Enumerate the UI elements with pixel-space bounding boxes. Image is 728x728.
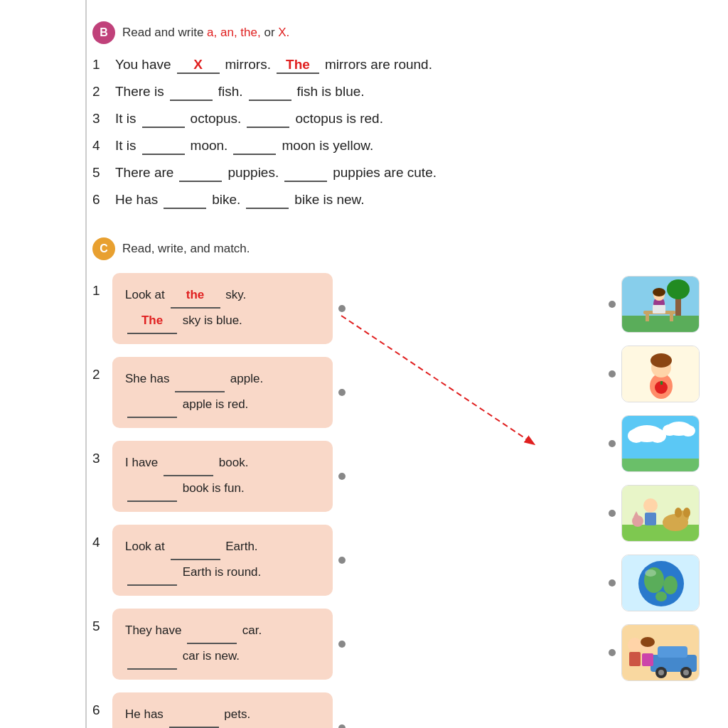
exercise-c5-box: They have car. car is new. bbox=[112, 609, 333, 680]
exercise-c3: 3 I have book. book is fun. bbox=[92, 441, 587, 512]
match-dot-right-3 bbox=[609, 440, 616, 447]
svg-point-48 bbox=[683, 670, 689, 675]
blank-b3-2[interactable] bbox=[247, 111, 289, 128]
match-dot-c3 bbox=[338, 473, 346, 480]
match-dot-c6 bbox=[338, 724, 346, 728]
svg-rect-11 bbox=[653, 305, 665, 314]
exercise-b2: 2 There is fish. fish is blue. bbox=[92, 84, 700, 101]
match-dot-right-4 bbox=[609, 510, 616, 517]
svg-point-32 bbox=[675, 508, 682, 518]
svg-point-28 bbox=[643, 498, 658, 513]
exercise-c1-box: Look at the sky. The sky is blue. bbox=[112, 273, 333, 344]
badge-c: C bbox=[92, 237, 115, 260]
blank-b1-2[interactable]: The bbox=[277, 57, 319, 74]
blank-c3-2[interactable] bbox=[127, 476, 177, 502]
exercise-c3-box: I have book. book is fun. bbox=[112, 441, 333, 512]
blank-b5-2[interactable] bbox=[284, 165, 327, 182]
svg-point-25 bbox=[681, 425, 695, 437]
section-b: B Read and write a, an, the, or X. 1 You… bbox=[92, 21, 700, 209]
exercises-column: 1 Look at the sky. The sky is blue. 2 Sh… bbox=[92, 273, 587, 728]
blank-b2-1[interactable] bbox=[170, 84, 213, 101]
exercise-c6: 6 He has pets. pets are a dog and a cat. bbox=[92, 692, 587, 728]
exercise-b1: 1 You have X mirrors. The mirrors are ro… bbox=[92, 57, 700, 74]
exercise-c4: 4 Look at Earth. Earth is round. bbox=[92, 525, 587, 596]
svg-rect-17 bbox=[660, 381, 663, 385]
svg-point-49 bbox=[628, 638, 642, 652]
blank-c1-1[interactable]: the bbox=[171, 283, 220, 309]
svg-rect-52 bbox=[642, 653, 653, 666]
blank-b5-1[interactable] bbox=[179, 165, 222, 182]
match-dot-c4 bbox=[338, 557, 346, 564]
svg-point-21 bbox=[628, 429, 645, 443]
blank-b6-2[interactable] bbox=[246, 192, 289, 209]
svg-rect-44 bbox=[658, 646, 687, 658]
match-dot-c1 bbox=[338, 305, 346, 312]
svg-point-39 bbox=[663, 576, 678, 594]
image-pets bbox=[621, 485, 700, 542]
exercise-c1: 1 Look at the sky. The sky is blue. bbox=[92, 273, 587, 344]
img-row-1 bbox=[609, 276, 700, 333]
exercise-c6-box: He has pets. pets are a dog and a cat. bbox=[112, 692, 333, 728]
img-row-5 bbox=[609, 555, 700, 611]
match-dot-c2 bbox=[338, 389, 346, 396]
exercise-b3: 3 It is octopus. octopus is red. bbox=[92, 111, 700, 128]
img-row-4 bbox=[609, 485, 700, 542]
img-row-2 bbox=[609, 346, 700, 402]
exercise-b6: 6 He has bike. bike is new. bbox=[92, 192, 700, 209]
match-dot-right-6 bbox=[609, 649, 616, 656]
svg-point-24 bbox=[663, 424, 677, 436]
svg-point-15 bbox=[651, 353, 672, 368]
blank-c5-1[interactable] bbox=[187, 619, 237, 644]
svg-point-40 bbox=[655, 592, 667, 601]
svg-rect-2 bbox=[622, 316, 700, 333]
svg-point-46 bbox=[658, 670, 664, 675]
blank-b3-1[interactable] bbox=[142, 111, 185, 128]
blank-c5-2[interactable] bbox=[127, 644, 177, 670]
blank-b2-2[interactable] bbox=[249, 84, 291, 101]
blank-c3-1[interactable] bbox=[164, 451, 213, 476]
svg-rect-19 bbox=[622, 459, 700, 472]
match-dot-c5 bbox=[338, 641, 346, 648]
section-b-header: B Read and write a, an, the, or X. bbox=[92, 21, 289, 44]
section-c: C Read, write, and match. 1 Look at the … bbox=[92, 237, 700, 728]
blank-c4-1[interactable] bbox=[171, 535, 220, 560]
exercise-c4-box: Look at Earth. Earth is round. bbox=[112, 525, 333, 596]
svg-rect-50 bbox=[629, 652, 641, 666]
section-c-header: C Read, write, and match. bbox=[92, 237, 250, 260]
instruction-x: X. bbox=[278, 26, 289, 39]
exercise-c2: 2 She has apple. apple is red. bbox=[92, 357, 587, 428]
image-sky bbox=[621, 415, 700, 472]
blank-c2-2[interactable] bbox=[127, 392, 177, 418]
svg-point-4 bbox=[667, 279, 690, 299]
svg-rect-7 bbox=[670, 314, 673, 321]
exercise-c5: 5 They have car. car is new. bbox=[92, 609, 587, 680]
image-car bbox=[621, 624, 700, 681]
img-row-3 bbox=[609, 415, 700, 472]
match-dot-right-5 bbox=[609, 579, 616, 587]
images-column bbox=[587, 273, 700, 728]
left-margin-line bbox=[85, 0, 87, 728]
svg-rect-27 bbox=[622, 525, 700, 542]
img-row-6 bbox=[609, 624, 700, 681]
match-dot-right-1 bbox=[609, 301, 616, 308]
blank-b6-1[interactable] bbox=[164, 192, 206, 209]
blank-c1-2[interactable]: The bbox=[127, 309, 177, 334]
blank-b4-2[interactable] bbox=[233, 138, 276, 155]
image-earth bbox=[621, 555, 700, 611]
svg-rect-6 bbox=[646, 314, 649, 321]
blank-b1-1[interactable]: X bbox=[177, 57, 220, 74]
image-park-girl bbox=[621, 276, 700, 333]
svg-point-10 bbox=[653, 288, 665, 296]
svg-point-53 bbox=[641, 637, 655, 647]
svg-rect-29 bbox=[645, 513, 656, 525]
blank-c6-1[interactable] bbox=[169, 702, 219, 728]
exercise-b5: 5 There are puppies. puppies are cute. bbox=[92, 165, 700, 182]
match-dot-right-2 bbox=[609, 370, 616, 378]
blank-b4-1[interactable] bbox=[142, 138, 185, 155]
badge-b: B bbox=[92, 21, 115, 44]
section-c-instruction: Read, write, and match. bbox=[122, 242, 250, 256]
image-apple-girl bbox=[621, 346, 700, 402]
blank-c2-1[interactable] bbox=[175, 367, 225, 392]
section-b-instruction: Read and write a, an, the, or X. bbox=[122, 26, 289, 40]
blank-c4-2[interactable] bbox=[127, 560, 177, 586]
